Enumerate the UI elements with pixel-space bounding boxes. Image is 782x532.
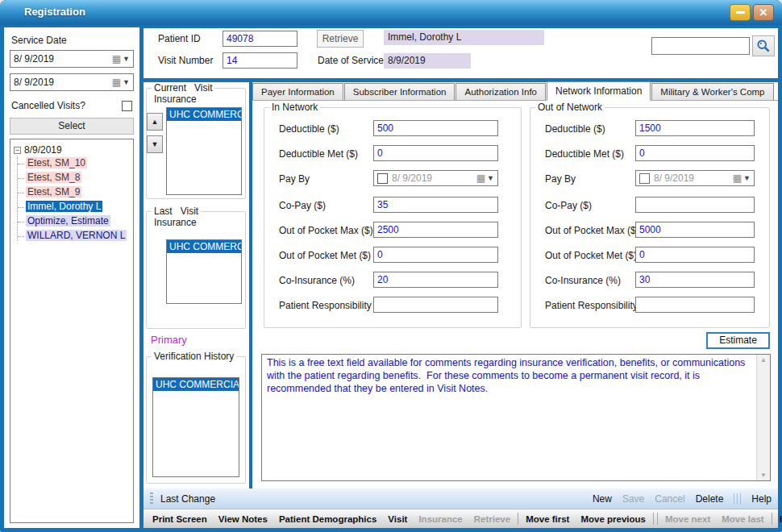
primary-label: Primary [151, 334, 187, 346]
tree-root-row[interactable]: − 8/9/2019 [14, 144, 130, 156]
minimize-icon [736, 11, 745, 14]
tree-item[interactable]: WILLARD, VERNON L [26, 230, 130, 241]
select-button[interactable]: Select [10, 118, 134, 135]
in-co-pay-input[interactable] [373, 197, 498, 213]
tab-strip: Payer Information Subscriber Information… [252, 82, 778, 101]
service-date-panel: Service Date 8/ 9/2019 ▦ ▼ 8/ 9/2019 ▦ ▼… [4, 27, 139, 528]
move-up-button[interactable]: ▲ [147, 113, 163, 131]
co-pay-label: Co-Pay ($) [279, 200, 326, 211]
comments-box: This is a free text field available for … [261, 354, 771, 481]
chevron-down-icon[interactable]: ▼ [487, 174, 494, 182]
list-item[interactable]: UHC COMMERCIAL [153, 378, 239, 391]
chevron-down-icon[interactable]: ▼ [123, 55, 130, 63]
out-co-insurance-input[interactable] [635, 272, 755, 288]
pay-by-label: Pay By [545, 173, 576, 185]
visit-button[interactable]: Visit [382, 514, 413, 524]
patient-id-label: Patient ID [158, 33, 201, 44]
tree-item-selected[interactable]: Immel, Dorothy L [26, 201, 130, 212]
view-notes-button[interactable]: View Notes [213, 514, 273, 524]
oop-max-label: Out of Pocket Max ($) [545, 225, 639, 236]
date-of-service-field: 8/9/2019 [384, 53, 471, 69]
move-previous-button[interactable]: Move previous [575, 514, 651, 524]
patient-demographics-button[interactable]: Patient Demographics [273, 514, 382, 524]
patient-id-input[interactable] [223, 31, 297, 47]
in-deductible-input[interactable] [373, 120, 498, 136]
visit-tree: − 8/9/2019 Etest, SM_10 Etest, SM_8 Etes… [10, 139, 134, 523]
tree-item[interactable]: Etest, SM_9 [26, 186, 130, 197]
move-first-button[interactable]: Move first [520, 514, 575, 524]
search-button[interactable] [752, 35, 775, 56]
in-pay-by-checkbox[interactable] [377, 173, 388, 184]
verification-history-label: Verification History [152, 351, 236, 362]
toolbar-grip [150, 493, 153, 505]
last-change-label: Last Change [160, 493, 215, 505]
scroll-down-icon[interactable]: ▼ [760, 472, 767, 479]
cancelled-visits-checkbox[interactable] [122, 101, 132, 111]
new-button[interactable]: New [593, 493, 612, 505]
in-deductible-met-input[interactable] [373, 145, 498, 161]
co-insurance-label: Co-Insurance (%) [279, 275, 355, 286]
out-patient-responsibility-input[interactable] [635, 297, 755, 313]
retrieve-toolbar-button: Retrieve [468, 514, 516, 524]
deductible-label: Deductible ($) [545, 123, 605, 135]
out-deductible-input[interactable] [635, 120, 755, 136]
in-oop-met-input[interactable] [373, 247, 498, 263]
patient-responsibility-label: Patient Responsibility ($) [279, 300, 386, 311]
close-button[interactable]: ✕ [753, 4, 774, 21]
tab-network-information[interactable]: Network Information [547, 81, 651, 101]
service-date-to-value: 8/ 9/2019 [14, 77, 112, 88]
move-next-button: Move next [659, 514, 716, 524]
list-item[interactable]: UHC COMMERCIAL [167, 108, 241, 121]
out-deductible-met-input[interactable] [635, 145, 755, 161]
out-co-pay-input[interactable] [635, 197, 755, 213]
out-of-network-group: Out of Network Deductible ($) Deductible… [530, 107, 770, 328]
out-oop-max-input[interactable] [635, 222, 755, 238]
tab-payer-information[interactable]: Payer Information [252, 83, 343, 100]
deductible-met-label: Deductible Met ($) [279, 148, 358, 160]
in-co-insurance-input[interactable] [373, 272, 498, 288]
comments-text[interactable]: This is a free text field available for … [262, 355, 756, 480]
tree-item[interactable]: Optimize, Estimate [26, 215, 130, 227]
estimate-button[interactable]: Estimate [706, 332, 770, 349]
service-date-from-picker[interactable]: 8/ 9/2019 ▦ ▼ [10, 50, 134, 68]
help-button[interactable]: Help [751, 493, 772, 505]
comments-scrollbar[interactable]: ▲ ▼ [756, 355, 770, 480]
scroll-up-icon[interactable]: ▲ [760, 356, 767, 364]
co-pay-label: Co-Pay ($) [545, 200, 592, 211]
patient-name-field: Immel, Dorothy L [384, 30, 544, 45]
out-pay-by-datepicker[interactable]: 8/ 9/2019 ▦ ▼ [635, 170, 755, 186]
print-screen-button[interactable]: Print Screen [147, 514, 213, 524]
out-oop-met-input[interactable] [635, 247, 755, 263]
in-oop-max-input[interactable] [373, 222, 498, 238]
in-pay-by-datepicker[interactable]: 8/ 9/2019 ▦ ▼ [373, 170, 498, 186]
insurance-button: Insurance [413, 514, 468, 524]
delete-button[interactable]: Delete [696, 493, 724, 505]
tree-item[interactable]: Etest, SM_8 [26, 172, 130, 183]
search-input[interactable] [651, 37, 750, 55]
chevron-down-icon[interactable]: ▼ [743, 174, 751, 182]
tab-military-workers-comp[interactable]: Military & Worker's Comp [651, 83, 773, 100]
minimize-button[interactable] [730, 4, 751, 21]
in-network-label: In Network [269, 102, 320, 113]
retrieve-button[interactable]: Retrieve [317, 30, 364, 48]
help-toolbar-button[interactable]: Help [774, 514, 782, 524]
visit-number-input[interactable] [223, 52, 297, 69]
oop-max-label: Out of Pocket Max ($) [279, 225, 373, 236]
close-icon: ✕ [759, 6, 768, 19]
list-item[interactable]: UHC COMMERCIAL [167, 240, 241, 253]
in-pay-by-date: 8/ 9/2019 [392, 172, 476, 184]
service-date-label: Service Date [11, 35, 134, 46]
out-pay-by-date: 8/ 9/2019 [654, 172, 733, 184]
service-date-to-picker[interactable]: 8/ 9/2019 ▦ ▼ [10, 73, 134, 91]
tree-collapse-icon[interactable]: − [14, 147, 21, 154]
tab-authorization-info[interactable]: Authorization Info [455, 83, 546, 100]
tree-item[interactable]: Etest, SM_10 [26, 157, 130, 168]
out-pay-by-checkbox[interactable] [639, 173, 650, 184]
service-date-from-value: 8/ 9/2019 [14, 53, 112, 64]
co-insurance-label: Co-Insurance (%) [545, 275, 621, 286]
chevron-down-icon[interactable]: ▼ [123, 78, 130, 86]
move-down-button[interactable]: ▼ [147, 135, 163, 153]
separator [518, 513, 518, 525]
in-patient-responsibility-input[interactable] [373, 297, 498, 313]
tab-subscriber-information[interactable]: Subscriber Information [344, 83, 455, 100]
